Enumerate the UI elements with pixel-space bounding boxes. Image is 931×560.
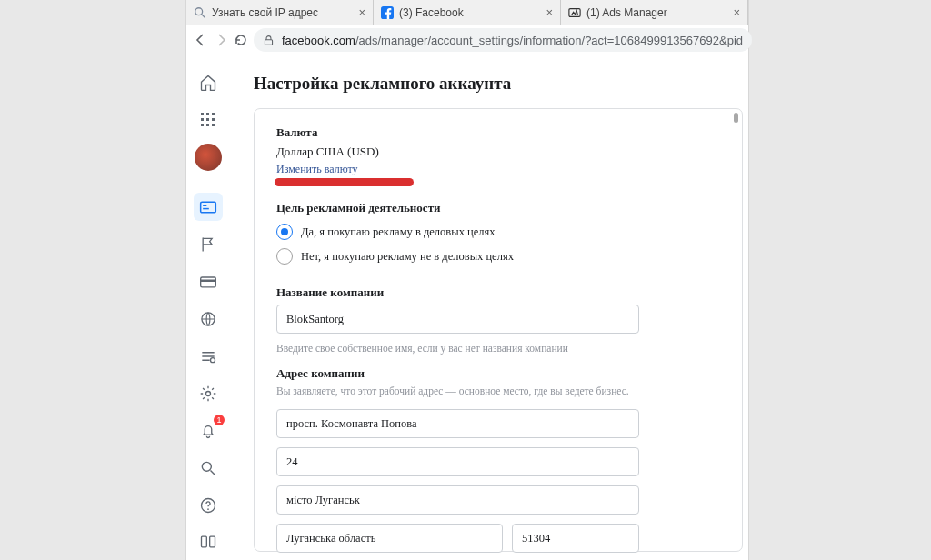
city-field[interactable] — [276, 485, 639, 515]
back-button[interactable] — [194, 30, 208, 50]
svg-point-25 — [207, 508, 209, 510]
region-field[interactable] — [276, 524, 503, 553]
svg-rect-11 — [201, 124, 204, 126]
svg-rect-13 — [212, 124, 215, 126]
zip-field[interactable] — [512, 524, 639, 553]
close-icon[interactable]: × — [546, 6, 553, 18]
radio-icon — [276, 224, 293, 240]
highlight-mark — [275, 178, 414, 186]
svg-point-21 — [206, 391, 211, 395]
svg-rect-8 — [201, 118, 204, 121]
reload-button[interactable] — [234, 30, 248, 50]
radio-label: Нет, я покупаю рекламу не в деловых целя… — [301, 250, 514, 264]
svg-point-20 — [211, 357, 215, 362]
nav-ads-manager-icon[interactable] — [194, 193, 223, 221]
radio-icon — [276, 248, 293, 265]
browser-tab[interactable]: Узнать свой IP адрес × — [186, 0, 374, 25]
browser-tab[interactable]: (3) Facebook × — [374, 0, 561, 25]
home-icon[interactable] — [194, 69, 223, 97]
svg-rect-10 — [212, 118, 215, 121]
magnifier-icon — [194, 6, 206, 19]
apps-icon[interactable] — [194, 106, 223, 135]
browser-tab[interactable]: (1) Ads Manager × — [561, 0, 748, 25]
svg-rect-6 — [206, 113, 209, 115]
gear-icon[interactable] — [194, 379, 223, 407]
forward-button[interactable] — [214, 30, 228, 50]
address-bar[interactable]: facebook.com/ads/manager/account_setting… — [254, 28, 752, 52]
svg-rect-18 — [201, 279, 216, 282]
purpose-radio-yes[interactable]: Да, я покупаю рекламу в деловых целях — [276, 224, 720, 240]
collapse-icon[interactable] — [194, 528, 223, 556]
tab-title: Узнать свой IP адрес — [212, 6, 353, 19]
help-icon[interactable] — [194, 491, 223, 519]
currency-value: Доллар США (USD) — [276, 145, 720, 159]
settings-list-icon[interactable] — [194, 342, 223, 370]
globe-icon[interactable] — [194, 305, 223, 333]
svg-rect-5 — [201, 113, 204, 115]
lock-icon — [263, 35, 275, 46]
svg-rect-16 — [203, 208, 209, 210]
change-currency-link[interactable]: Изменить валюту — [276, 163, 358, 176]
avatar[interactable] — [194, 144, 223, 172]
close-icon[interactable]: × — [358, 6, 365, 18]
search-icon[interactable] — [194, 454, 223, 482]
svg-point-22 — [202, 462, 211, 471]
address-helper: Вы заявляете, что этот рабочий адрес — о… — [276, 385, 720, 396]
svg-rect-3 — [569, 8, 580, 16]
svg-rect-9 — [206, 118, 209, 121]
url-text: facebook.com/ads/manager/account_setting… — [282, 34, 743, 47]
page-title: Настройка рекламного аккаунта — [254, 74, 748, 94]
svg-rect-4 — [265, 39, 272, 45]
company-name-helper: Введите свое собственное имя, если у вас… — [276, 343, 720, 354]
inner-scrollbar[interactable] — [734, 113, 738, 547]
radio-label: Да, я покупаю рекламу в деловых целях — [301, 225, 496, 239]
flag-icon[interactable] — [194, 230, 223, 258]
billing-icon[interactable] — [194, 267, 223, 295]
company-name-field[interactable] — [276, 305, 639, 334]
svg-rect-12 — [206, 124, 209, 126]
svg-line-1 — [202, 14, 205, 17]
svg-rect-27 — [210, 537, 215, 548]
ads-manager-icon — [568, 6, 581, 19]
svg-rect-15 — [203, 205, 206, 206]
notification-badge: 1 — [214, 415, 225, 425]
street-num-field[interactable] — [276, 447, 639, 476]
street-field[interactable] — [276, 409, 639, 438]
company-name-label: Название компании — [276, 285, 720, 300]
address-label: Адрес компании — [276, 366, 720, 381]
close-icon[interactable]: × — [733, 6, 740, 18]
purpose-radio-no[interactable]: Нет, я покупаю рекламу не в деловых целя… — [276, 248, 720, 265]
tab-title: (3) Facebook — [399, 6, 540, 19]
svg-point-0 — [195, 7, 203, 15]
browser-tabstrip: Узнать свой IP адрес × (3) Facebook × (1… — [186, 0, 748, 25]
svg-rect-17 — [201, 277, 216, 287]
notifications-icon[interactable]: 1 — [194, 416, 223, 445]
svg-rect-14 — [201, 202, 216, 213]
svg-rect-26 — [202, 537, 207, 548]
left-nav-rail: 1 — [186, 55, 230, 560]
facebook-icon — [381, 6, 394, 19]
svg-line-23 — [211, 470, 215, 475]
browser-toolbar: facebook.com/ads/manager/account_setting… — [186, 25, 748, 55]
currency-label: Валюта — [276, 125, 720, 140]
purpose-label: Цель рекламной деятельности — [276, 201, 720, 215]
svg-rect-7 — [212, 113, 215, 115]
settings-card: Валюта Доллар США (USD) Изменить валюту … — [254, 108, 743, 552]
tab-title: (1) Ads Manager — [586, 6, 727, 19]
